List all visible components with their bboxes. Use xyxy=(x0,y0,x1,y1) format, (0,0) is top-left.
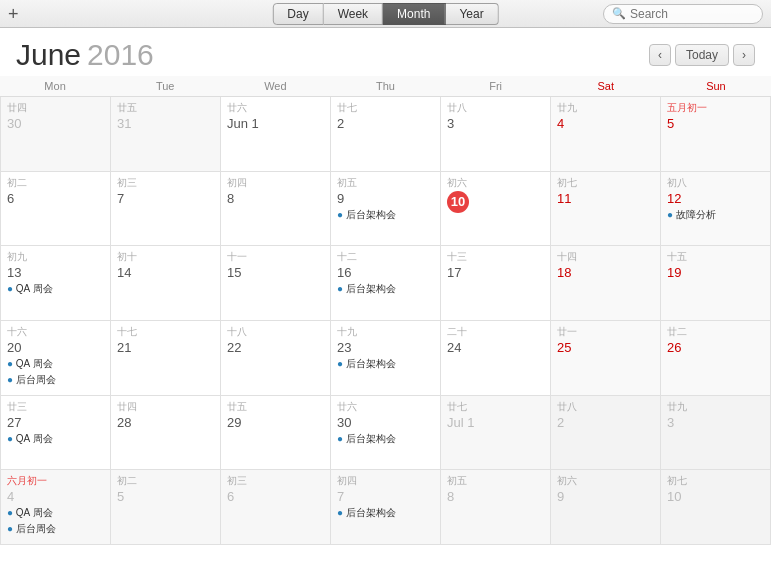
lunar-label: 廿四 xyxy=(117,400,214,414)
cal-cell[interactable]: 初三7 xyxy=(111,172,221,247)
cal-cell[interactable]: 廿六30后台架构会 xyxy=(331,396,441,471)
cal-cell[interactable]: 廿三27QA 周会 xyxy=(1,396,111,471)
cal-cell[interactable]: 十九23后台架构会 xyxy=(331,321,441,396)
cal-cell[interactable]: 初二5 xyxy=(111,470,221,545)
day-number: 4 xyxy=(557,116,654,131)
lunar-label: 初四 xyxy=(337,474,434,488)
cal-cell[interactable]: 廿五31 xyxy=(111,97,221,172)
event[interactable]: QA 周会 xyxy=(7,357,104,371)
day-number: 16 xyxy=(337,265,434,280)
day-number: 27 xyxy=(7,415,104,430)
cal-cell[interactable]: 廿八3 xyxy=(441,97,551,172)
add-button[interactable]: + xyxy=(8,5,19,23)
day-number: 12 xyxy=(667,191,764,206)
cal-cell[interactable]: 廿九3 xyxy=(661,396,771,471)
cal-cell[interactable]: 廿六Jun 1 xyxy=(221,97,331,172)
lunar-label: 初三 xyxy=(227,474,324,488)
lunar-label: 二十 xyxy=(447,325,544,339)
cal-cell[interactable]: 十四18 xyxy=(551,246,661,321)
cal-cell[interactable]: 初五8 xyxy=(441,470,551,545)
cal-cell[interactable]: 十三17 xyxy=(441,246,551,321)
today-button[interactable]: Today xyxy=(675,44,729,66)
view-mode-month[interactable]: Month xyxy=(383,3,445,25)
view-mode-week[interactable]: Week xyxy=(324,3,383,25)
cal-cell[interactable]: 廿七2 xyxy=(331,97,441,172)
cal-cell[interactable]: 初九13QA 周会 xyxy=(1,246,111,321)
cal-cell[interactable]: 十六20QA 周会后台周会 xyxy=(1,321,111,396)
day-number: 29 xyxy=(227,415,324,430)
cal-cell[interactable]: 廿七Jul 1 xyxy=(441,396,551,471)
view-mode-year[interactable]: Year xyxy=(445,3,498,25)
cal-cell[interactable]: 十二16后台架构会 xyxy=(331,246,441,321)
lunar-label: 十七 xyxy=(117,325,214,339)
day-number: 7 xyxy=(337,489,434,504)
event[interactable]: 后台周会 xyxy=(7,522,104,536)
event[interactable]: 后台架构会 xyxy=(337,208,434,222)
lunar-label: 十八 xyxy=(227,325,324,339)
lunar-label: 廿九 xyxy=(667,400,764,414)
cal-cell[interactable]: 初四8 xyxy=(221,172,331,247)
lunar-label: 初九 xyxy=(7,250,104,264)
cal-cell[interactable]: 二十24 xyxy=(441,321,551,396)
day-number: 26 xyxy=(667,340,764,355)
cal-cell[interactable]: 五月初一5 xyxy=(661,97,771,172)
event[interactable]: 后台架构会 xyxy=(337,432,434,446)
day-number: 14 xyxy=(117,265,214,280)
cal-cell[interactable]: 初二6 xyxy=(1,172,111,247)
cal-cell[interactable]: 廿九4 xyxy=(551,97,661,172)
lunar-label: 廿六 xyxy=(227,101,324,115)
lunar-label: 廿八 xyxy=(447,101,544,115)
event[interactable]: 后台架构会 xyxy=(337,506,434,520)
cal-cell[interactable]: 廿四30 xyxy=(1,97,111,172)
event[interactable]: 后台架构会 xyxy=(337,282,434,296)
event[interactable]: 后台周会 xyxy=(7,373,104,387)
day-number: 2 xyxy=(337,116,434,131)
day-number: 7 xyxy=(117,191,214,206)
lunar-label: 廿八 xyxy=(557,400,654,414)
prev-button[interactable]: ‹ xyxy=(649,44,671,66)
lunar-label: 初十 xyxy=(117,250,214,264)
cal-cell[interactable]: 初七11 xyxy=(551,172,661,247)
search-box[interactable]: 🔍 xyxy=(603,4,763,24)
cal-cell[interactable]: 十七21 xyxy=(111,321,221,396)
cal-cell[interactable]: 初十14 xyxy=(111,246,221,321)
cal-cell[interactable]: 十五19 xyxy=(661,246,771,321)
event[interactable]: 后台架构会 xyxy=(337,357,434,371)
day-number: 13 xyxy=(7,265,104,280)
cal-cell[interactable]: 廿五29 xyxy=(221,396,331,471)
day-number-today: 10 xyxy=(447,191,469,213)
cal-cell[interactable]: 十八22 xyxy=(221,321,331,396)
event[interactable]: QA 周会 xyxy=(7,506,104,520)
cal-cell[interactable]: 初三6 xyxy=(221,470,331,545)
cal-cell[interactable]: 初四7后台架构会 xyxy=(331,470,441,545)
day-header-tue: Tue xyxy=(110,80,220,92)
calendar-nav: ‹ Today › xyxy=(649,44,755,66)
search-icon: 🔍 xyxy=(612,7,626,20)
day-number: Jul 1 xyxy=(447,415,544,430)
event[interactable]: QA 周会 xyxy=(7,282,104,296)
cal-cell[interactable]: 初六9 xyxy=(551,470,661,545)
event[interactable]: QA 周会 xyxy=(7,432,104,446)
day-header-thu: Thu xyxy=(330,80,440,92)
search-input[interactable] xyxy=(630,7,760,21)
cal-cell[interactable]: 廿四28 xyxy=(111,396,221,471)
day-header-wed: Wed xyxy=(220,80,330,92)
next-button[interactable]: › xyxy=(733,44,755,66)
lunar-label: 廿五 xyxy=(117,101,214,115)
cal-cell[interactable]: 廿八2 xyxy=(551,396,661,471)
cal-cell[interactable]: 廿一25 xyxy=(551,321,661,396)
lunar-label: 廿七 xyxy=(447,400,544,414)
lunar-label: 初六 xyxy=(447,176,544,190)
view-mode-day[interactable]: Day xyxy=(272,3,323,25)
cal-cell[interactable]: 廿二26 xyxy=(661,321,771,396)
cal-cell[interactable]: 十一15 xyxy=(221,246,331,321)
cal-cell[interactable]: 初六10 xyxy=(441,172,551,247)
cal-cell[interactable]: 初七10 xyxy=(661,470,771,545)
cal-cell[interactable]: 六月初一4QA 周会后台周会 xyxy=(1,470,111,545)
cal-cell[interactable]: 初五9后台架构会 xyxy=(331,172,441,247)
event[interactable]: 故障分析 xyxy=(667,208,764,222)
cal-cell[interactable]: 初八12故障分析 xyxy=(661,172,771,247)
lunar-label: 初五 xyxy=(337,176,434,190)
day-number: 30 xyxy=(337,415,434,430)
day-number: 20 xyxy=(7,340,104,355)
